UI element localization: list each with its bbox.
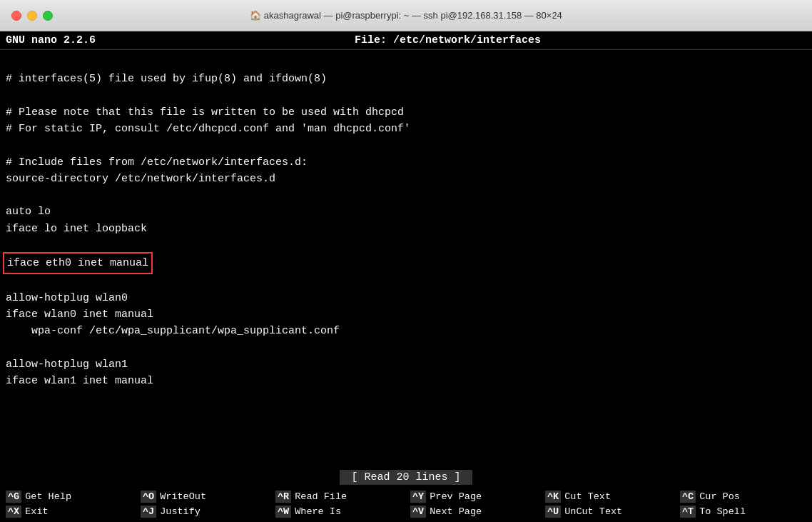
close-button[interactable]: [11, 11, 21, 21]
minimize-button[interactable]: [27, 11, 37, 21]
label-read-file: Read File: [295, 491, 347, 502]
key-ctrl-r: ^R: [275, 491, 291, 503]
label-cut-text: Cut Text: [564, 491, 611, 502]
key-ctrl-j: ^J: [141, 506, 156, 518]
label-where-is: Where Is: [295, 506, 341, 517]
label-uncut-text: UnCut Text: [564, 506, 622, 517]
status-message: [ Read 20 lines ]: [340, 470, 472, 485]
shortcut-grid: ^G Get Help ^O WriteOut ^R Read File ^Y …: [0, 486, 812, 522]
label-to-spell: To Spell: [699, 506, 746, 517]
editor-line: [6, 137, 806, 154]
editor-line: [6, 339, 806, 356]
shortcut-writeout[interactable]: ^O WriteOut: [136, 489, 271, 504]
editor-line: # For static IP, consult /etc/dhcpcd.con…: [6, 121, 806, 137]
title-bar: 🏠 akashagrawal — pi@raspberrypi: ~ — ssh…: [0, 0, 812, 31]
key-ctrl-w: ^W: [275, 506, 291, 518]
label-justify: Justify: [160, 506, 201, 517]
editor-line: [6, 273, 806, 289]
shortcut-cur-pos[interactable]: ^C Cur Pos: [676, 489, 811, 504]
key-ctrl-c: ^C: [680, 491, 696, 503]
shortcut-justify[interactable]: ^J Justify: [136, 504, 271, 519]
nano-filename: File: /etc/network/interfaces: [355, 34, 541, 46]
editor-line: source-directory /etc/network/interfaces…: [6, 171, 806, 187]
label-get-help: Get Help: [25, 491, 71, 502]
label-prev-page: Prev Page: [430, 491, 482, 502]
shortcut-uncut-text[interactable]: ^U UnCut Text: [541, 504, 676, 519]
key-ctrl-y: ^Y: [410, 491, 426, 503]
key-ctrl-x: ^X: [6, 506, 21, 518]
maximize-button[interactable]: [43, 11, 53, 21]
editor-line: [6, 187, 806, 204]
shortcut-get-help[interactable]: ^G Get Help: [1, 489, 136, 504]
shortcut-prev-page[interactable]: ^Y Prev Page: [406, 489, 541, 504]
shortcut-read-file[interactable]: ^R Read File: [271, 489, 406, 504]
nano-version: GNU nano 2.2.6: [6, 34, 96, 46]
status-bar: [ Read 20 lines ]: [0, 468, 812, 486]
editor-line: iface wlan0 inet manual: [6, 306, 806, 323]
editor-line: iface lo inet loopback: [6, 221, 806, 237]
label-exit: Exit: [25, 506, 48, 517]
nano-header: GNU nano 2.2.6 File: /etc/network/interf…: [0, 31, 812, 50]
key-ctrl-t: ^T: [680, 506, 696, 518]
traffic-lights[interactable]: [11, 11, 53, 21]
key-ctrl-k: ^K: [545, 491, 561, 503]
editor-line: allow-hotplug wlan1: [6, 356, 806, 373]
key-ctrl-v: ^V: [410, 506, 426, 518]
editor-line: auto lo: [6, 204, 806, 220]
folder-icon: 🏠: [250, 10, 261, 21]
shortcut-cut-text[interactable]: ^K Cut Text: [541, 489, 676, 504]
highlight-box: iface eth0 inet manual: [3, 252, 153, 274]
label-cur-pos: Cur Pos: [699, 491, 740, 502]
editor-content[interactable]: # interfaces(5) file used by ifup(8) and…: [0, 50, 812, 468]
editor-line: wpa-conf /etc/wpa_supplicant/wpa_supplic…: [6, 323, 806, 339]
window-title: 🏠 akashagrawal — pi@raspberrypi: ~ — ssh…: [250, 10, 562, 21]
shortcut-to-spell[interactable]: ^T To Spell: [676, 504, 811, 519]
editor-line: [6, 237, 806, 254]
key-ctrl-u: ^U: [545, 506, 561, 518]
nano-header-right: [800, 34, 806, 46]
editor-line: # Please note that this file is written …: [6, 104, 806, 121]
editor-line: allow-hotplug wlan0: [6, 290, 806, 306]
label-next-page: Next Page: [430, 506, 482, 517]
editor-line: [6, 54, 806, 71]
shortcut-next-page[interactable]: ^V Next Page: [406, 504, 541, 519]
editor-line: # Include files from /etc/network/interf…: [6, 154, 806, 171]
editor-line: [6, 88, 806, 104]
shortcut-where-is[interactable]: ^W Where Is: [271, 504, 406, 519]
editor-line: iface wlan1 inet manual: [6, 373, 806, 389]
highlighted-line: iface eth0 inet manual: [6, 254, 806, 273]
key-ctrl-o: ^O: [141, 491, 156, 503]
shortcut-exit[interactable]: ^X Exit: [1, 504, 136, 519]
editor-line: # interfaces(5) file used by ifup(8) and…: [6, 71, 806, 87]
key-ctrl-g: ^G: [6, 491, 21, 503]
label-writeout: WriteOut: [160, 491, 206, 502]
terminal-body: GNU nano 2.2.6 File: /etc/network/interf…: [0, 31, 812, 522]
